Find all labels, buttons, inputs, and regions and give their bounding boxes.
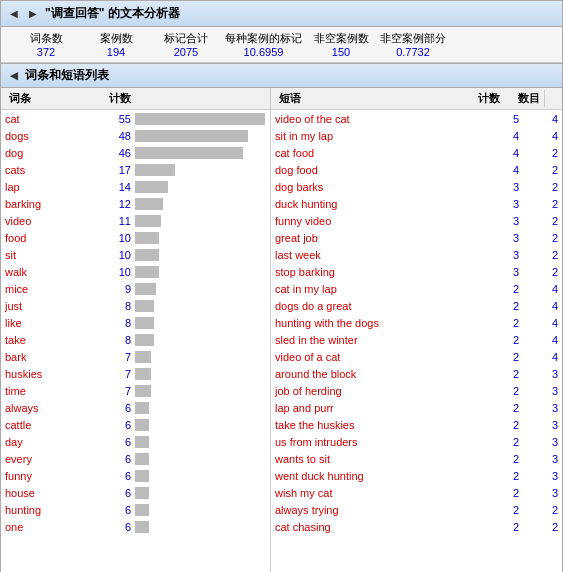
cell-phrase-count: 3 bbox=[483, 215, 523, 227]
left-data-table[interactable]: cat 55 dogs 48 dog 46 cats 17 lap 14 bar… bbox=[1, 110, 270, 572]
bar-visual bbox=[135, 334, 154, 346]
table-row[interactable]: funny 6 bbox=[1, 467, 270, 484]
table-row[interactable]: last week 3 2 bbox=[271, 246, 562, 263]
table-row[interactable]: sit in my lap 4 4 bbox=[271, 127, 562, 144]
cell-bar bbox=[135, 402, 266, 414]
table-row[interactable]: always trying 2 2 bbox=[271, 501, 562, 518]
section-header: ◀ 词条和短语列表 bbox=[1, 63, 562, 88]
cell-phrase-num: 3 bbox=[523, 385, 558, 397]
table-row[interactable]: time 7 bbox=[1, 382, 270, 399]
cell-bar bbox=[135, 470, 266, 482]
cell-phrase-count: 2 bbox=[483, 504, 523, 516]
cell-phrase-count: 5 bbox=[483, 113, 523, 125]
cell-phrase-count: 4 bbox=[483, 147, 523, 159]
table-row[interactable]: video of the cat 5 4 bbox=[271, 110, 562, 127]
right-panel: 短语 计数 数目 video of the cat 5 4 sit in my … bbox=[271, 88, 562, 572]
table-row[interactable]: cat in my lap 2 4 bbox=[271, 280, 562, 297]
section-collapse-button[interactable]: ◀ bbox=[7, 69, 21, 83]
stat-pertokencase-value: 10.6959 bbox=[244, 46, 284, 58]
table-row[interactable]: walk 10 bbox=[1, 263, 270, 280]
cell-phrase: sled in the winter bbox=[275, 334, 483, 346]
table-row[interactable]: dogs do a great 2 4 bbox=[271, 297, 562, 314]
table-row[interactable]: funny video 3 2 bbox=[271, 212, 562, 229]
cell-phrase-count: 4 bbox=[483, 130, 523, 142]
table-row[interactable]: around the block 2 3 bbox=[271, 365, 562, 382]
table-row[interactable]: just 8 bbox=[1, 297, 270, 314]
stat-wordcount: 词条数 372 bbox=[11, 31, 81, 58]
table-row[interactable]: dog 46 bbox=[1, 144, 270, 161]
cell-word: one bbox=[5, 521, 85, 533]
table-row[interactable]: every 6 bbox=[1, 450, 270, 467]
cell-count: 8 bbox=[85, 317, 135, 329]
table-row[interactable]: huskies 7 bbox=[1, 365, 270, 382]
left-panel: 词条 计数 cat 55 dogs 48 dog 46 cats 17 lap bbox=[1, 88, 271, 572]
cell-phrase: cat food bbox=[275, 147, 483, 159]
cell-bar bbox=[135, 317, 266, 329]
table-row[interactable]: went duck hunting 2 3 bbox=[271, 467, 562, 484]
cell-word: hunting bbox=[5, 504, 85, 516]
table-row[interactable]: sled in the winter 2 4 bbox=[271, 331, 562, 348]
cell-phrase: dog food bbox=[275, 164, 483, 176]
table-row[interactable]: cats 17 bbox=[1, 161, 270, 178]
table-row[interactable]: us from intruders 2 3 bbox=[271, 433, 562, 450]
table-row[interactable]: always 6 bbox=[1, 399, 270, 416]
cell-phrase-count: 4 bbox=[483, 164, 523, 176]
table-row[interactable]: lap 14 bbox=[1, 178, 270, 195]
stat-tokencount: 标记合计 2075 bbox=[151, 31, 221, 58]
table-row[interactable]: sit 10 bbox=[1, 246, 270, 263]
table-row[interactable]: cat food 4 2 bbox=[271, 144, 562, 161]
table-row[interactable]: great job 3 2 bbox=[271, 229, 562, 246]
cell-bar bbox=[135, 113, 266, 125]
table-row[interactable]: stop barking 3 2 bbox=[271, 263, 562, 280]
collapse-button[interactable]: ◀ bbox=[7, 7, 21, 21]
bar-visual bbox=[135, 215, 161, 227]
cell-phrase-num: 2 bbox=[523, 521, 558, 533]
cell-count: 48 bbox=[85, 130, 135, 142]
cell-phrase-count: 3 bbox=[483, 266, 523, 278]
table-row[interactable]: barking 12 bbox=[1, 195, 270, 212]
bar-visual bbox=[135, 147, 243, 159]
cell-phrase-count: 2 bbox=[483, 385, 523, 397]
table-row[interactable]: wish my cat 2 3 bbox=[271, 484, 562, 501]
table-row[interactable]: take 8 bbox=[1, 331, 270, 348]
cell-phrase-num: 2 bbox=[523, 266, 558, 278]
bar-visual bbox=[135, 368, 151, 380]
table-row[interactable]: like 8 bbox=[1, 314, 270, 331]
cell-word: like bbox=[5, 317, 85, 329]
table-row[interactable]: job of herding 2 3 bbox=[271, 382, 562, 399]
cell-count: 7 bbox=[85, 385, 135, 397]
stat-pertokencase-label: 每种案例的标记 bbox=[225, 31, 302, 46]
table-row[interactable]: cat 55 bbox=[1, 110, 270, 127]
cell-phrase: video of a cat bbox=[275, 351, 483, 363]
table-row[interactable]: dog barks 3 2 bbox=[271, 178, 562, 195]
table-row[interactable]: dog food 4 2 bbox=[271, 161, 562, 178]
table-row[interactable]: cat chasing 2 2 bbox=[271, 518, 562, 535]
cell-count: 12 bbox=[85, 198, 135, 210]
table-row[interactable]: lap and purr 2 3 bbox=[271, 399, 562, 416]
table-row[interactable]: video of a cat 2 4 bbox=[271, 348, 562, 365]
cell-phrase-count: 3 bbox=[483, 181, 523, 193]
table-row[interactable]: mice 9 bbox=[1, 280, 270, 297]
cell-bar bbox=[135, 436, 266, 448]
table-row[interactable]: day 6 bbox=[1, 433, 270, 450]
table-row[interactable]: cattle 6 bbox=[1, 416, 270, 433]
table-row[interactable]: duck hunting 3 2 bbox=[271, 195, 562, 212]
stat-nonemptycase-value: 150 bbox=[332, 46, 350, 58]
cell-phrase-num: 4 bbox=[523, 334, 558, 346]
cell-phrase-num: 2 bbox=[523, 504, 558, 516]
cell-count: 6 bbox=[85, 402, 135, 414]
right-data-table[interactable]: video of the cat 5 4 sit in my lap 4 4 c… bbox=[271, 110, 562, 572]
table-row[interactable]: one 6 bbox=[1, 518, 270, 535]
cell-count: 10 bbox=[85, 249, 135, 261]
table-row[interactable]: dogs 48 bbox=[1, 127, 270, 144]
bar-visual bbox=[135, 198, 163, 210]
table-row[interactable]: wants to sit 2 3 bbox=[271, 450, 562, 467]
table-row[interactable]: food 10 bbox=[1, 229, 270, 246]
table-row[interactable]: hunting with the dogs 2 4 bbox=[271, 314, 562, 331]
table-row[interactable]: hunting 6 bbox=[1, 501, 270, 518]
table-row[interactable]: house 6 bbox=[1, 484, 270, 501]
cell-count: 55 bbox=[85, 113, 135, 125]
table-row[interactable]: bark 7 bbox=[1, 348, 270, 365]
table-row[interactable]: video 11 bbox=[1, 212, 270, 229]
table-row[interactable]: take the huskies 2 3 bbox=[271, 416, 562, 433]
